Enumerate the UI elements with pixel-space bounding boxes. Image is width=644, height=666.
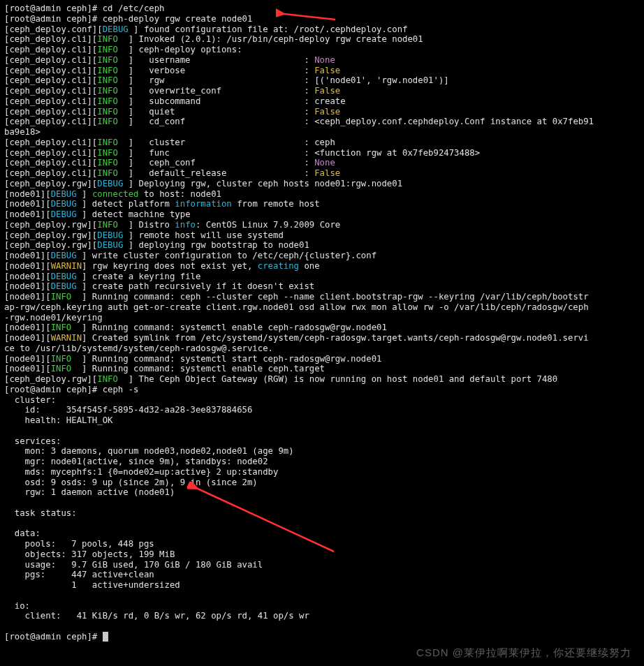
terminal-line (4, 591, 640, 601)
terminal-line: [node01][WARNIN] Created symlink from /e… (4, 333, 640, 343)
terminal-line: [root@admin ceph]# ceph -s (4, 385, 640, 395)
terminal-line: -rgw.node01/keyring (4, 313, 640, 323)
terminal-line: [ceph_deploy.cli][INFO ] verbose : False (4, 66, 640, 76)
terminal-line: [root@admin ceph]# ceph-deploy rgw creat… (4, 14, 640, 24)
terminal-line (4, 498, 640, 508)
terminal-line: [ceph_deploy.cli][INFO ] username : None (4, 55, 640, 66)
terminal-output: [root@admin ceph]# cd /etc/ceph[root@adm… (0, 0, 644, 646)
terminal-line: [node01][WARNIN] rgw keyring does not ex… (4, 261, 640, 272)
terminal-line: ce to /usr/lib/systemd/system/ceph-rados… (4, 343, 640, 354)
terminal-line: [ceph_deploy.rgw][INFO ] Distro info: Ce… (4, 220, 640, 230)
watermark: CSDN @莱伊拉啊莱伊拉，你还要继续努力 (416, 646, 631, 659)
terminal-line: [root@admin ceph]# (4, 632, 640, 642)
terminal-line: mon: 3 daemons, quorum node03,node02,nod… (4, 446, 640, 457)
terminal-line: [node01][DEBUG ] detect platform informa… (4, 199, 640, 209)
terminal-line: [node01][INFO ] Running command: systemc… (4, 354, 640, 364)
terminal-line: 1 active+undersized (4, 580, 640, 591)
terminal-line: [ceph_deploy.rgw][DEBUG ] deploying rgw … (4, 240, 640, 251)
terminal-line: rgw: 1 daemon active (node01) (4, 487, 640, 498)
terminal-line: [ceph_deploy.cli][INFO ] ceph-deploy opt… (4, 45, 640, 55)
terminal-line: services: (4, 436, 640, 447)
terminal-line: client: 41 KiB/s rd, 0 B/s wr, 62 op/s r… (4, 611, 640, 621)
terminal-line: [node01][INFO ] Running command: systemc… (4, 323, 640, 333)
terminal-line: objects: 317 objects, 199 MiB (4, 549, 640, 560)
terminal-line: [node01][DEBUG ] detect machine type (4, 209, 640, 220)
terminal-line: [node01][DEBUG ] create path recursively… (4, 281, 640, 292)
terminal-line: [ceph_deploy.conf][DEBUG ] found configu… (4, 24, 640, 35)
terminal-line: [node01][INFO ] Running command: ceph --… (4, 292, 640, 302)
terminal-line (4, 519, 640, 529)
terminal-line: mds: mycephfs:1 {0=node02=up:active} 2 u… (4, 467, 640, 478)
terminal-line: [ceph_deploy.cli][INFO ] Invoked (2.0.1)… (4, 34, 640, 45)
terminal-line: [ceph_deploy.cli][INFO ] overwrite_conf … (4, 86, 640, 96)
terminal-line: [ceph_deploy.cli][INFO ] default_release… (4, 168, 640, 179)
terminal-line: [node01][INFO ] Running command: systemc… (4, 364, 640, 374)
terminal-line: pgs: 447 active+clean (4, 570, 640, 580)
terminal-line: usage: 9.7 GiB used, 170 GiB / 180 GiB a… (4, 560, 640, 570)
terminal-line: [node01][DEBUG ] write cluster configura… (4, 251, 640, 261)
terminal-line: [ceph_deploy.cli][INFO ] quiet : False (4, 107, 640, 117)
terminal-line: [ceph_deploy.cli][INFO ] cluster : ceph (4, 138, 640, 148)
terminal-line: osd: 9 osds: 9 up (since 2m), 9 in (sinc… (4, 478, 640, 488)
terminal-line: id: 354f545f-5895-4d32-aa28-3ee837884656 (4, 405, 640, 415)
terminal-line: health: HEALTH_OK (4, 415, 640, 426)
terminal-line: mgr: node01(active, since 9m), standbys:… (4, 457, 640, 467)
terminal-line: data: (4, 528, 640, 539)
terminal-line: io: (4, 601, 640, 612)
cursor (103, 632, 108, 642)
terminal-line: [node01][DEBUG ] create a keyring file (4, 272, 640, 282)
terminal-line: [ceph_deploy.rgw][INFO ] The Ceph Object… (4, 374, 640, 385)
terminal-line: [node01][DEBUG ] connected to host: node… (4, 189, 640, 200)
terminal-line: [ceph_deploy.cli][INFO ] cd_conf : <ceph… (4, 117, 640, 127)
terminal-line: [ceph_deploy.rgw][DEBUG ] Deploying rgw,… (4, 179, 640, 189)
terminal-line: task status: (4, 508, 640, 519)
terminal-line: [ceph_deploy.cli][INFO ] func : <functio… (4, 148, 640, 158)
terminal-line: cluster: (4, 395, 640, 406)
terminal-line: ap-rgw/ceph.keyring auth get-or-create c… (4, 302, 640, 313)
terminal-line: [ceph_deploy.cli][INFO ] subcommand : cr… (4, 96, 640, 107)
terminal-line (4, 426, 640, 436)
terminal-line: [root@admin ceph]# cd /etc/ceph (4, 3, 640, 14)
terminal-line: [ceph_deploy.cli][INFO ] rgw : [('node01… (4, 75, 640, 86)
terminal-line: [ceph_deploy.cli][INFO ] ceph_conf : Non… (4, 158, 640, 168)
terminal-line (4, 621, 640, 632)
terminal-line: ba9e18> (4, 127, 640, 138)
terminal-line: [ceph_deploy.rgw][DEBUG ] remote host wi… (4, 230, 640, 241)
terminal-line: pools: 7 pools, 448 pgs (4, 539, 640, 549)
